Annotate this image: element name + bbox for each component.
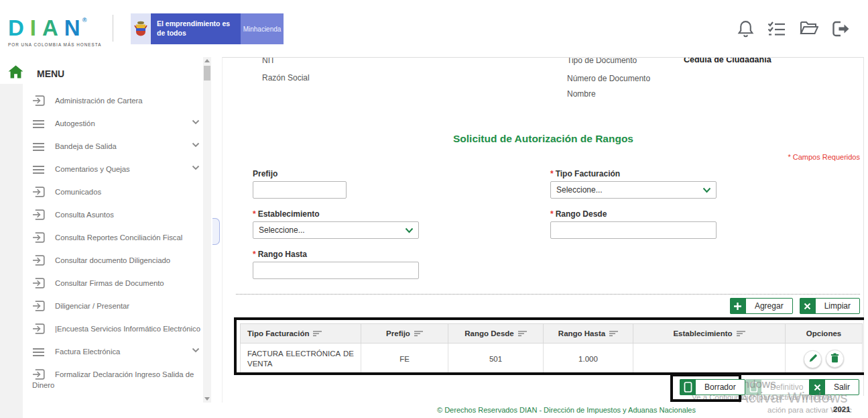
prefijo-label: Prefijo bbox=[253, 169, 277, 178]
chevron-down-icon[interactable] bbox=[192, 348, 200, 353]
required-marker: * bbox=[253, 250, 256, 259]
required-fields-note: * Campos Requeridos bbox=[788, 153, 860, 161]
page: DIAN® POR UNA COLOMBIA MÁS HONESTA El em… bbox=[0, 0, 868, 418]
establecimiento-select[interactable]: Seleccione... bbox=[253, 221, 419, 239]
arrow-box-icon bbox=[32, 323, 45, 334]
chevron-down-icon bbox=[702, 187, 711, 193]
folder-button[interactable] bbox=[800, 21, 818, 36]
menu-icon bbox=[32, 165, 45, 174]
tipo-documento-label: Tipo de Documento bbox=[567, 57, 637, 65]
column-header-prefijo[interactable]: Prefijo bbox=[361, 324, 448, 344]
registered-mark: ® bbox=[82, 17, 93, 23]
prefijo-input[interactable] bbox=[253, 181, 347, 199]
definitivo-button[interactable]: Definitivo bbox=[745, 379, 812, 395]
sort-icon[interactable] bbox=[609, 331, 618, 337]
chevron-down-icon[interactable] bbox=[192, 119, 200, 125]
sidebar-item-label: Consulta Reportes Conciliación Fiscal bbox=[55, 233, 182, 242]
sidebar-item-label: Consultar Firmas de Documento bbox=[55, 279, 164, 287]
column-header-tipo-facturaci-n[interactable]: Tipo Facturación bbox=[241, 324, 361, 344]
chevron-down-icon[interactable] bbox=[192, 142, 200, 148]
required-marker: * bbox=[253, 209, 256, 219]
dian-logo: DIAN® POR UNA COLOMBIA MÁS HONESTA bbox=[8, 9, 125, 47]
checklist-button[interactable] bbox=[767, 21, 786, 37]
borrador-label: Borrador bbox=[696, 382, 745, 392]
sidebar-item[interactable]: Administración de Cartera bbox=[0, 89, 212, 112]
delete-row-button[interactable] bbox=[826, 350, 844, 368]
tipo-facturacion-label: *Tipo Facturación bbox=[550, 169, 620, 178]
rango-desde-label: *Rango Desde bbox=[550, 209, 607, 219]
agregar-label: Agregar bbox=[746, 301, 792, 311]
sort-icon[interactable] bbox=[737, 331, 745, 337]
home-button[interactable] bbox=[8, 65, 23, 79]
sidebar-item[interactable]: Comentarios y Quejas bbox=[0, 158, 212, 180]
close-icon bbox=[809, 379, 825, 395]
trash-icon bbox=[830, 353, 839, 365]
sidebar-item[interactable]: Comunicados bbox=[0, 180, 212, 203]
sidebar-item[interactable]: Formalizar Declaración Ingreso Salida de… bbox=[0, 363, 212, 397]
sidebar-scrollbar[interactable] bbox=[203, 57, 211, 403]
sort-icon[interactable] bbox=[414, 331, 423, 337]
edit-row-button[interactable] bbox=[804, 350, 822, 368]
sidebar-item[interactable]: Diligenciar / Presentar bbox=[0, 295, 212, 317]
sidebar-item[interactable]: Bandeja de Salida bbox=[0, 135, 212, 158]
badge-ministry: Minhacienda bbox=[241, 13, 284, 44]
scroll-up-icon[interactable] bbox=[204, 59, 210, 62]
sidebar-item-label: Diligenciar / Presentar bbox=[55, 302, 129, 310]
sidebar-item[interactable]: |Encuesta Servicios Informático Electrón… bbox=[0, 317, 212, 340]
rango-hasta-input[interactable] bbox=[253, 262, 419, 279]
sidebar-item[interactable]: Consultar documento Diligenciado bbox=[0, 249, 212, 272]
sidebar-item[interactable]: Consultar Firmas de Documento bbox=[0, 272, 212, 295]
sidebar-item-label: Comunicados bbox=[55, 188, 101, 196]
arrow-box-icon bbox=[32, 187, 45, 197]
brand-tagline: POR UNA COLOMBIA MÁS HONESTA bbox=[8, 42, 125, 47]
header-divider bbox=[113, 15, 113, 42]
sidebar-item-label: |Encuesta Servicios Informático Electrón… bbox=[55, 325, 200, 333]
column-label: Prefijo bbox=[386, 329, 410, 337]
limpiar-button[interactable]: Limpiar bbox=[800, 298, 860, 314]
scrollbar-thumb[interactable] bbox=[204, 66, 210, 81]
sidebar-item-label: Autogestión bbox=[55, 119, 95, 127]
chevron-down-icon[interactable] bbox=[192, 165, 200, 170]
government-badge: El emprendimiento es de todos Minhaciend… bbox=[131, 13, 284, 44]
column-header-establecimiento[interactable]: Establecimiento bbox=[633, 324, 786, 344]
column-header-rango-hasta[interactable]: Rango Hasta bbox=[544, 324, 633, 344]
logout-button[interactable] bbox=[832, 21, 849, 37]
sidebar-item[interactable]: Consulta Asuntos bbox=[0, 203, 212, 226]
cell-options bbox=[786, 344, 863, 375]
footer-year: 2021 bbox=[833, 405, 851, 413]
cell-pref: FE bbox=[361, 344, 448, 375]
tipo-facturacion-select[interactable]: Seleccione... bbox=[550, 181, 717, 199]
logout-icon bbox=[832, 29, 849, 39]
salir-label: Salir bbox=[825, 382, 859, 392]
sort-icon[interactable] bbox=[518, 331, 527, 337]
borrador-button[interactable]: Borrador bbox=[680, 379, 745, 395]
table-action-row: Agregar Limpiar bbox=[730, 298, 860, 314]
bell-button[interactable] bbox=[737, 19, 754, 38]
salir-button[interactable]: Salir bbox=[809, 379, 859, 395]
rango-desde-input[interactable] bbox=[550, 221, 717, 239]
sidebar-item[interactable]: Consulta Reportes Conciliación Fiscal bbox=[0, 226, 212, 249]
column-header-rango-desde[interactable]: Rango Desde bbox=[448, 324, 544, 344]
sidebar-item[interactable]: Autogestión bbox=[0, 112, 212, 135]
cell-hasta: 1.000 bbox=[544, 344, 633, 375]
arrow-box-icon bbox=[32, 95, 45, 106]
colombia-crest-icon bbox=[131, 13, 151, 44]
definitivo-label: Definitivo bbox=[761, 382, 812, 392]
sort-icon[interactable] bbox=[313, 331, 322, 337]
section-divider bbox=[236, 294, 860, 295]
home-icon bbox=[8, 70, 23, 81]
sidebar-collapse-handle[interactable] bbox=[212, 218, 220, 245]
agregar-button[interactable]: Agregar bbox=[730, 298, 793, 314]
arrow-box-icon bbox=[32, 301, 45, 311]
sidebar-item-label: Consultar documento Diligenciado bbox=[55, 256, 170, 264]
scroll-down-icon[interactable] bbox=[204, 397, 210, 401]
folder-icon bbox=[800, 28, 818, 38]
razon-social-label: Razón Social bbox=[262, 73, 310, 83]
column-label: Tipo Facturación bbox=[247, 329, 309, 337]
rango-hasta-label: *Rango Hasta bbox=[253, 250, 307, 259]
column-label: Rango Hasta bbox=[558, 329, 605, 337]
copyright-text: © Derechos Reservados DIAN - Dirección d… bbox=[437, 406, 696, 414]
sidebar-item[interactable]: Factura Electrónica bbox=[0, 340, 212, 363]
menu-icon bbox=[32, 142, 45, 152]
sidebar-item-label: Comentarios y Quejas bbox=[55, 165, 130, 173]
